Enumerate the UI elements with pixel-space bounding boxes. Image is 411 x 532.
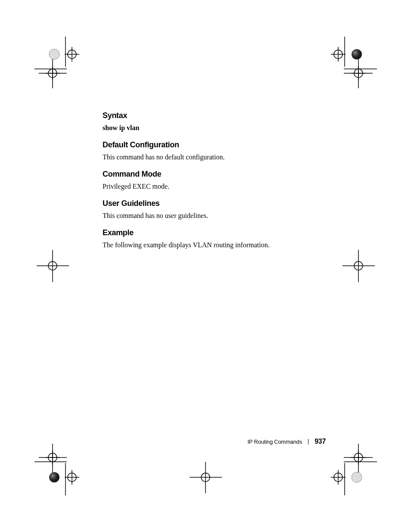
- svg-point-17: [334, 50, 342, 59]
- svg-point-7: [48, 69, 57, 78]
- svg-point-23: [352, 49, 362, 59]
- crop-marks: [0, 0, 411, 532]
- heading-default-config: Default Configuration: [103, 140, 327, 149]
- svg-point-12: [49, 49, 59, 59]
- heading-syntax: Syntax: [103, 111, 327, 120]
- svg-point-26: [48, 261, 57, 270]
- text-default-config-body: This command has no default configuratio…: [103, 152, 327, 162]
- svg-point-48: [334, 473, 342, 482]
- text-example-body: The following example displays VLAN rout…: [103, 240, 327, 250]
- heading-example: Example: [103, 228, 327, 237]
- svg-point-20: [354, 69, 363, 78]
- footer-section-title: IP Routing Commands: [247, 439, 302, 445]
- text-user-guidelines-body: This command has no user guidelines.: [103, 211, 327, 221]
- svg-point-43: [201, 473, 210, 482]
- svg-point-34: [68, 473, 76, 482]
- footer-page-number: 937: [314, 438, 326, 445]
- page-footer: IP Routing Commands 937: [247, 438, 326, 445]
- svg-point-29: [354, 261, 363, 270]
- svg-point-4: [68, 50, 76, 59]
- text-syntax-body: show ip vlan: [103, 123, 327, 133]
- svg-point-40: [49, 472, 59, 482]
- text-command-mode-body: Privileged EXEC mode.: [103, 181, 327, 192]
- svg-point-54: [352, 472, 362, 482]
- svg-point-51: [354, 453, 363, 462]
- footer-divider: [308, 439, 308, 445]
- page-content: Syntax show ip vlan Default Configuratio…: [103, 111, 327, 251]
- svg-point-37: [48, 453, 57, 462]
- heading-command-mode: Command Mode: [103, 170, 327, 179]
- heading-user-guidelines: User Guidelines: [103, 199, 327, 208]
